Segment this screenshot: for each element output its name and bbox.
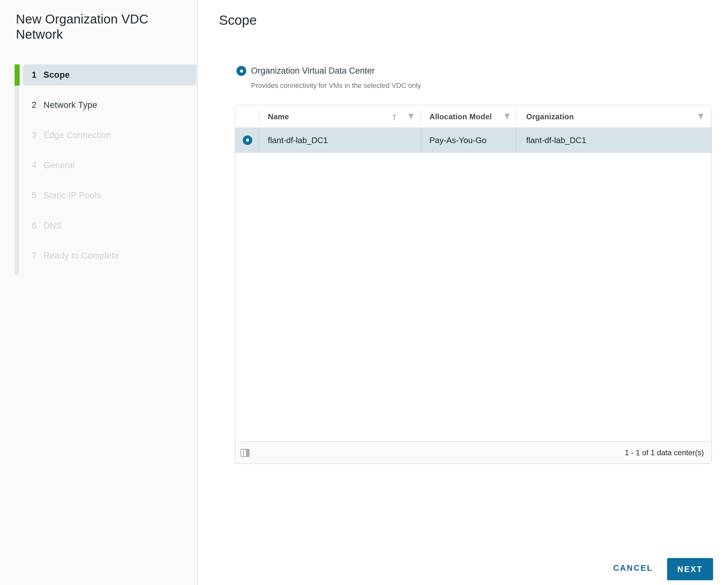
pagination-summary: 1 - 1 of 1 data center(s) xyxy=(625,442,704,464)
cell-name: flant-df-lab_DC1 xyxy=(268,128,328,153)
cell-organization: flant-df-lab_DC1 xyxy=(526,128,586,153)
next-button[interactable]: NEXT xyxy=(667,558,713,580)
cancel-button[interactable]: CANCEL xyxy=(613,563,653,573)
step-number: 6 xyxy=(32,215,36,236)
step-label: General xyxy=(44,155,75,176)
step-number: 1 xyxy=(32,64,36,86)
column-toggle-icon[interactable] xyxy=(240,449,250,457)
radio-selected-icon xyxy=(236,66,246,76)
cell-allocation-model: Pay-As-You-Go xyxy=(430,128,487,153)
wizard-title: New Organization VDC Network xyxy=(16,11,178,42)
column-divider[interactable] xyxy=(516,108,516,124)
table-row-selected[interactable]: flant-df-lab_DC1 Pay-As-You-Go flant-df-… xyxy=(235,128,711,153)
vdc-datagrid: Name ↑ Allocation Model Organization xyxy=(235,105,712,464)
row-radio-selected[interactable] xyxy=(243,135,252,146)
datagrid-footer: 1 - 1 of 1 data center(s) xyxy=(235,441,711,463)
step-dns: 6 DNS xyxy=(0,215,198,236)
cell-divider xyxy=(259,128,259,152)
page-title: Scope xyxy=(219,13,257,28)
column-header-allocation-model[interactable]: Allocation Model xyxy=(430,105,492,128)
step-label: DNS xyxy=(44,215,62,236)
step-number: 5 xyxy=(32,185,36,206)
datagrid-header: Name ↑ Allocation Model Organization xyxy=(235,105,711,128)
filter-icon[interactable] xyxy=(408,113,414,120)
column-divider[interactable] xyxy=(421,108,421,124)
step-number: 4 xyxy=(32,155,36,176)
sort-ascending-icon[interactable]: ↑ xyxy=(392,105,397,128)
step-label: Ready to Complete xyxy=(44,245,119,266)
wizard-sidebar: New Organization VDC Network 1 Scope 2 N… xyxy=(0,0,198,585)
wizard-steps: 1 Scope 2 Network Type 3 Edge Connection… xyxy=(0,64,198,275)
column-header-name[interactable]: Name xyxy=(268,105,289,128)
cell-divider xyxy=(421,128,421,152)
column-header-organization[interactable]: Organization xyxy=(526,105,574,128)
new-org-vdc-network-wizard: New Organization VDC Network 1 Scope 2 N… xyxy=(0,0,728,585)
column-divider xyxy=(259,108,259,124)
filter-icon[interactable] xyxy=(697,113,704,120)
step-number: 7 xyxy=(32,245,36,266)
step-general: 4 General xyxy=(0,155,198,176)
cell-divider xyxy=(516,128,516,152)
step-number: 2 xyxy=(32,95,36,116)
step-ready-to-complete: 7 Ready to Complete xyxy=(0,245,198,266)
datagrid-empty-area xyxy=(235,153,711,441)
step-label: Network Type xyxy=(44,95,97,116)
step-label: Scope xyxy=(44,64,70,86)
step-scope[interactable]: 1 Scope xyxy=(0,64,198,86)
step-number: 3 xyxy=(32,125,36,146)
step-label: Static IP Pools xyxy=(44,185,101,206)
org-vdc-radio-description: Provides connectivity for VMs in the sel… xyxy=(251,82,421,90)
org-vdc-radio[interactable] xyxy=(236,66,246,77)
step-network-type[interactable]: 2 Network Type xyxy=(0,95,198,116)
active-step-green-bar xyxy=(15,64,20,86)
radio-selected-icon xyxy=(243,135,252,145)
step-edge-connection: 3 Edge Connection xyxy=(0,125,198,146)
step-static-ip-pools: 5 Static IP Pools xyxy=(0,185,198,206)
filter-icon[interactable] xyxy=(504,113,511,120)
step-label: Edge Connection xyxy=(44,125,111,146)
org-vdc-radio-label[interactable]: Organization Virtual Data Center xyxy=(251,66,375,76)
